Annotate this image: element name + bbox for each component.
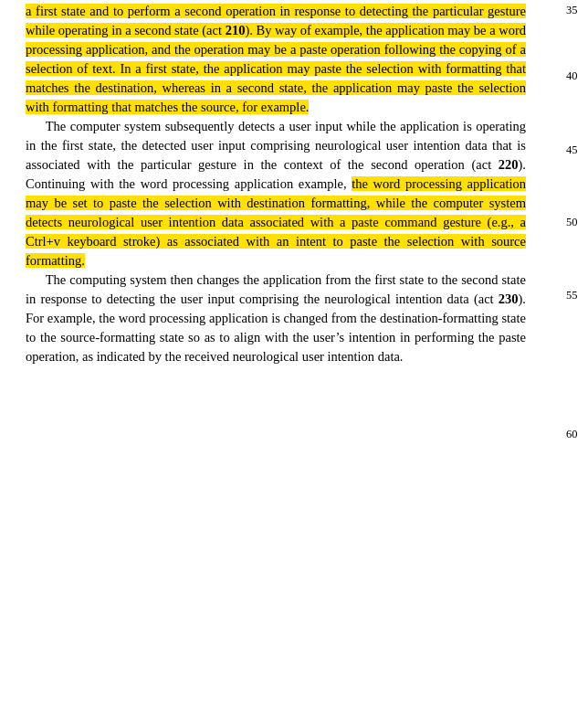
paragraph-1: a first state and to perform a second op… [26, 2, 526, 117]
para1-text: a first state and to perform a second op… [26, 4, 526, 114]
line-num-50: 50 [566, 214, 578, 230]
page-container: a first state and to perform a second op… [0, 0, 588, 721]
act-210-label: 210 [226, 23, 246, 37]
line-num-40: 40 [566, 68, 578, 84]
act-220-label: 220 [499, 157, 519, 172]
act-230-label: 230 [499, 292, 519, 306]
line-num-60: 60 [566, 426, 578, 442]
line-num-35: 35 [566, 2, 578, 18]
para3-text: The computing system then changes the ap… [26, 272, 526, 364]
line-numbers-column: 35 40 45 50 55 60 [564, 2, 588, 366]
paragraph-2: The computer system subsequently detects… [26, 117, 526, 270]
paragraph-3: The computing system then changes the ap… [26, 270, 526, 366]
line-num-55: 55 [566, 287, 578, 303]
main-text-column: a first state and to perform a second op… [0, 2, 564, 366]
line-num-45: 45 [566, 142, 578, 158]
